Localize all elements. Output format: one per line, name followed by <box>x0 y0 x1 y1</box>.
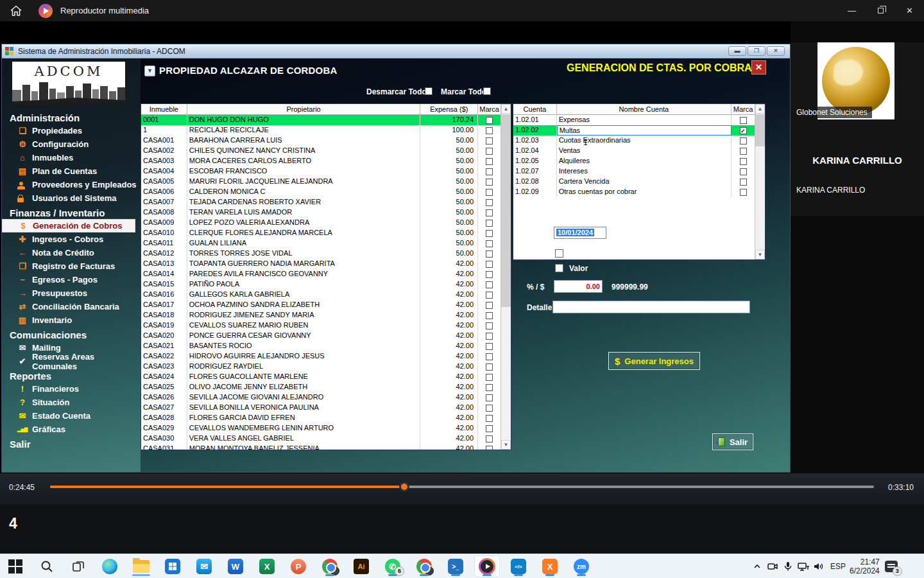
edge-icon[interactable] <box>98 556 122 577</box>
sidebar-item-propiedades[interactable]: ❏Propiedades <box>2 124 141 137</box>
property-row[interactable]: CASA012TORRES TORRES JOSE VIDAL50.00 <box>141 249 501 259</box>
properties-scrollbar[interactable]: ▲ ▼ <box>501 104 511 450</box>
detalle-input[interactable] <box>552 301 750 313</box>
search-button[interactable] <box>35 556 59 577</box>
property-row[interactable]: CASA010CLERQUE FLORES ALEJANDRA MARCELA5… <box>141 228 501 238</box>
home-icon[interactable] <box>9 4 23 18</box>
seek-handle[interactable] <box>399 482 409 492</box>
marca-checkbox[interactable] <box>486 199 493 206</box>
marca-checkbox[interactable] <box>486 394 493 401</box>
adcom-restore-button[interactable]: ❐ <box>748 46 766 56</box>
marca-checkbox[interactable] <box>486 209 493 216</box>
property-row[interactable]: 1RECICLAJE RECICLAJE100.00 <box>141 125 501 136</box>
desmarcar-checkbox[interactable] <box>425 87 432 95</box>
language-indicator[interactable]: ESP <box>826 562 850 571</box>
media-player-taskbar-icon[interactable] <box>475 556 499 577</box>
speaker-icon[interactable] <box>811 556 826 577</box>
property-row[interactable]: CASA013TOAPANTA GUERRERO NADIA MARGARITA… <box>141 259 501 269</box>
marca-checkbox[interactable] <box>486 343 493 350</box>
property-row[interactable]: CASA017OCHOA PAZMINO SANDRA ELIZABETH42.… <box>141 300 501 310</box>
salir-button[interactable]: Salir <box>712 434 753 450</box>
property-row[interactable]: CASA016GALLEGOS KARLA GABRIELA42.00 <box>141 290 501 300</box>
marca-checkbox[interactable] <box>486 168 493 175</box>
account-row[interactable]: 1.02.02Multas✓ <box>513 125 755 136</box>
marca-checkbox[interactable] <box>486 415 493 422</box>
marca-checkbox[interactable] <box>740 137 747 144</box>
sidebar-item-proveedores-y-empleados[interactable]: Proveedores y Empleados <box>2 178 141 191</box>
property-row[interactable]: CASA002CHILES QUINONEZ NANCY CRISTINA50.… <box>141 146 501 156</box>
property-row[interactable]: CASA014PAREDES AVILA FRANCISCO GEOVANNY4… <box>141 269 501 279</box>
generar-ingresos-button[interactable]: $ Generar Ingresos <box>608 352 700 370</box>
marca-checkbox[interactable] <box>486 374 493 381</box>
porcentaje-checkbox[interactable] <box>555 249 563 258</box>
scrollbar-thumb[interactable] <box>755 114 765 146</box>
sidebar-item-configuracion[interactable]: ⚙Configuración <box>2 137 141 151</box>
property-row[interactable]: CASA006CALDERON MONICA C50.00 <box>141 187 501 197</box>
marca-checkbox[interactable] <box>486 220 493 227</box>
sidebar-item-presupuestos[interactable]: →Presupuestos <box>2 286 141 300</box>
marca-checkbox[interactable] <box>486 137 493 144</box>
sidebar-item-usuarios-del-sistema[interactable]: Usuarios del Sistema <box>2 191 141 205</box>
seek-bar[interactable] <box>50 486 874 488</box>
marca-checkbox[interactable] <box>486 271 493 278</box>
marca-checkbox[interactable] <box>740 179 747 186</box>
illustrator-icon[interactable]: Ai <box>349 556 373 577</box>
sidebar-item-nota-de-credito[interactable]: ←Nota de Crédito <box>2 246 141 259</box>
sidebar-item-egresos-pagos[interactable]: −Egresos - Pagos <box>2 273 141 286</box>
account-row[interactable]: 1.02.04Ventas <box>513 146 755 156</box>
account-row[interactable]: 1.02.08Cartera Vencida <box>513 177 755 187</box>
marca-checkbox[interactable] <box>740 168 747 175</box>
marca-checkbox[interactable] <box>486 281 493 288</box>
property-row[interactable]: CASA007TEJADA CARDENAS ROBERTO XAVIER50.… <box>141 197 501 207</box>
property-row[interactable]: CASA030VERA VALLES ANGEL GABRIEL42.00 <box>141 434 501 444</box>
dialog-close-button[interactable]: ✕ <box>751 60 766 74</box>
sidebar-section-salir[interactable]: Salir <box>2 436 141 450</box>
microsoft-store-icon[interactable] <box>160 556 185 577</box>
property-row[interactable]: CASA015PATIÑO PAOLA42.00 <box>141 279 501 290</box>
excel-icon[interactable]: X <box>255 556 279 577</box>
marca-checkbox[interactable] <box>486 250 493 258</box>
whatsapp-icon[interactable]: ✆6 <box>381 556 405 577</box>
marca-checkbox[interactable] <box>486 261 493 268</box>
sidebar-item-reservas-areas-comunales[interactable]: ✔Reservas Areas Comunales <box>2 355 141 368</box>
marca-checkbox[interactable] <box>486 189 493 196</box>
marcar-checkbox[interactable] <box>483 87 491 95</box>
property-row[interactable]: CASA024FLORES GUACOLLANTE MARLENE42.00 <box>141 372 501 382</box>
property-row[interactable]: CASA003MORA CACERES CARLOS ALBERTO50.00 <box>141 156 501 166</box>
marca-checkbox[interactable] <box>486 127 493 134</box>
property-row[interactable]: CASA001BARAHONA CARRERA LUIS50.00 <box>141 136 501 146</box>
marca-checkbox[interactable] <box>486 333 493 340</box>
property-dropdown-button[interactable]: ▼ <box>144 66 155 76</box>
marca-checkbox[interactable] <box>486 435 493 442</box>
chrome-2-icon[interactable] <box>412 556 436 577</box>
marca-checkbox[interactable] <box>486 405 493 412</box>
marca-checkbox[interactable] <box>486 117 493 124</box>
marca-checkbox[interactable] <box>486 363 493 371</box>
scroll-up-icon[interactable]: ▲ <box>755 104 765 114</box>
account-row[interactable]: 1.02.07Intereses <box>513 166 755 177</box>
word-icon[interactable]: W <box>223 556 248 577</box>
scrollbar-thumb[interactable] <box>501 114 511 307</box>
account-row[interactable]: 1.02.01Expensas <box>513 115 755 125</box>
marca-checkbox[interactable] <box>486 302 493 309</box>
scroll-down-icon[interactable]: ▼ <box>755 250 765 259</box>
property-row[interactable]: CASA021BASANTES ROCIO42.00 <box>141 341 501 351</box>
sidebar-item-graficas[interactable]: ▂▅▇Gráficas <box>2 423 141 436</box>
sidebar-item-conciliacion-bancaria[interactable]: ⇄Conciliación Bancaria <box>2 300 141 313</box>
marca-checkbox[interactable] <box>486 179 493 186</box>
restore-button[interactable] <box>866 0 895 21</box>
marca-checkbox[interactable] <box>740 117 747 124</box>
marca-checkbox[interactable] <box>486 384 493 391</box>
property-row[interactable]: CASA011GUALAN LILIANA50.00 <box>141 238 501 249</box>
marca-checkbox[interactable] <box>486 158 493 165</box>
account-row[interactable]: 1.02.09Otras cuentas por cobrar <box>513 187 755 197</box>
scroll-up-icon[interactable]: ▲ <box>501 104 511 114</box>
sidebar-item-inmuebles[interactable]: ⌂Inmuebles <box>2 151 141 164</box>
clock[interactable]: 21:47 6/2/2024 <box>850 557 880 575</box>
marca-checkbox[interactable] <box>740 189 747 196</box>
property-row[interactable]: CASA009LOPEZ POZO VALERIA ALEXANDRA50.00 <box>141 218 501 228</box>
property-row[interactable]: CASA018RODRIGUEZ JIMENEZ SANDY MARIA42.0… <box>141 310 501 320</box>
powerpoint-icon[interactable]: P <box>286 556 311 577</box>
property-row[interactable]: CASA028FLORES GARCIA DAVID EFREN42.00 <box>141 413 501 423</box>
close-button[interactable]: ✕ <box>895 0 924 21</box>
